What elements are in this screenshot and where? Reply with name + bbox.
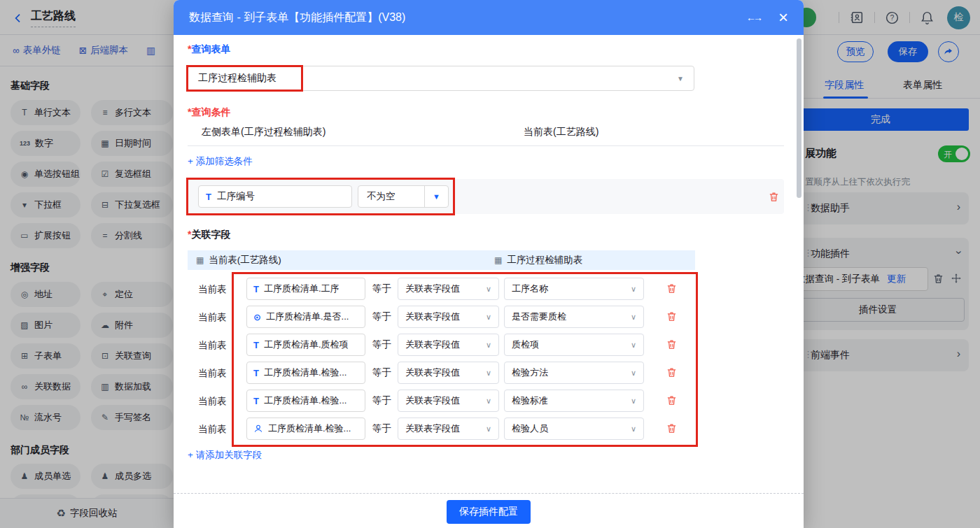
relation-type-select[interactable]: 关联表字段值∨ (398, 390, 499, 412)
chevron-down-icon: ∨ (486, 313, 491, 322)
relation-type-select[interactable]: 关联表字段值∨ (398, 418, 499, 440)
relation-row: 当前表 T工序质检清单.工序 等于 关联表字段值∨ 工序名称∨ (188, 275, 695, 303)
relation-type-select[interactable]: 关联表字段值∨ (398, 278, 499, 300)
relation-field-input[interactable]: ⊙工序质检清单.是否... (246, 306, 365, 328)
chevron-down-icon: ∨ (631, 285, 636, 294)
add-relation-field-link[interactable]: + 请添加关联字段 (188, 449, 262, 462)
delete-row-icon[interactable] (666, 366, 678, 378)
add-filter-condition-link[interactable]: + 添加筛选条件 (188, 155, 253, 168)
filter-condition-row: T 工序编号 不为空 ▼ (188, 179, 784, 214)
condition-field-input[interactable]: T 工序编号 (198, 185, 352, 208)
delete-row-icon[interactable] (666, 422, 678, 434)
chevron-down-icon: ∨ (631, 313, 636, 322)
save-plugin-config-button[interactable]: 保存插件配置 (447, 500, 531, 524)
relation-value-select[interactable]: 是否需要质检∨ (504, 306, 644, 328)
relation-row: 当前表 ⊙工序质检清单.是否... 等于 关联表字段值∨ 是否需要质检∨ (188, 303, 695, 331)
delete-row-icon[interactable] (666, 338, 678, 350)
relation-row: 当前表 T工序质检清单.质检项 等于 关联表字段值∨ 质检项∨ (188, 331, 695, 359)
radio-field-icon: ⊙ (253, 312, 261, 322)
relation-value-select[interactable]: 工序名称∨ (504, 278, 644, 300)
delete-row-icon[interactable] (666, 283, 678, 294)
relation-field-input[interactable]: T工序质检清单.工序 (246, 278, 365, 300)
aux-table-header: 工序过程检辅助表 (507, 254, 582, 266)
text-field-icon: T (206, 192, 211, 202)
relation-row: 当前表 T工序质检清单.检验... 等于 关联表字段值∨ 检验标准∨ (188, 387, 695, 415)
delete-row-icon[interactable] (666, 311, 678, 322)
current-table-header: 当前表(工艺路线) (209, 254, 281, 266)
query-form-label: *查询表单 (188, 43, 230, 56)
chevron-down-icon: ∨ (486, 424, 491, 434)
footer-divider (174, 493, 804, 494)
plugin-config-modal: 数据查询 - 到子表单【功能插件配置】(V38) ←→ × *查询表单 工序过程… (174, 0, 804, 528)
delete-row-icon[interactable] (666, 394, 678, 406)
chevron-down-icon: ∨ (486, 397, 491, 406)
condition-operator-select[interactable]: 不为空 ▼ (358, 185, 449, 208)
text-field-icon: T (253, 396, 259, 406)
chevron-down-icon: ∨ (631, 341, 636, 350)
current-form-header: 当前表(工艺路线) (524, 126, 598, 138)
relation-field-input[interactable]: 工序质检清单.检验... (246, 418, 365, 440)
chevron-down-icon: ∨ (486, 285, 491, 294)
relation-field-input[interactable]: T工序质检清单.质检项 (246, 334, 365, 356)
relation-value-select[interactable]: 检验标准∨ (504, 390, 644, 412)
expand-icon[interactable]: ←→ (746, 12, 763, 23)
chevron-down-icon: ▼ (424, 186, 448, 207)
chevron-down-icon: ∨ (486, 341, 491, 350)
relation-fields-table: ▦ 当前表(工艺路线) ▦ 工序过程检辅助表 当前表 T工序质检清单.工序 等于… (188, 250, 695, 270)
relation-field-input[interactable]: T工序质检清单.检验... (246, 390, 365, 412)
relation-type-select[interactable]: 关联表字段值∨ (398, 362, 499, 384)
chevron-down-icon: ∨ (631, 397, 636, 406)
relation-field-input[interactable]: T工序质检清单.检验... (246, 362, 365, 384)
left-form-header: 左侧表单(工序过程检辅助表) (202, 126, 524, 138)
form-grid-icon: ▦ (494, 255, 502, 265)
query-form-select[interactable]: 工序过程检辅助表 ▼ (188, 66, 694, 91)
relation-value-select[interactable]: 质检项∨ (504, 334, 644, 356)
text-field-icon: T (253, 340, 259, 350)
chevron-down-icon: ∨ (486, 369, 491, 378)
modal-header: 数据查询 - 到子表单【功能插件配置】(V38) ←→ × (174, 0, 804, 35)
text-field-icon: T (253, 368, 259, 378)
relation-value-select[interactable]: 检验人员∨ (504, 418, 644, 440)
close-icon[interactable]: × (778, 9, 788, 26)
relation-row: 当前表 工序质检清单.检验... 等于 关联表字段值∨ 检验人员∨ (188, 415, 695, 443)
person-field-icon (253, 424, 263, 434)
relation-fields-label: *关联字段 (188, 229, 230, 241)
divider (188, 145, 784, 146)
relation-row: 当前表 T工序质检清单.检验... 等于 关联表字段值∨ 检验方法∨ (188, 359, 695, 387)
modal-scrollbar[interactable] (797, 38, 802, 198)
condition-column-headers: 左侧表单(工序过程检辅助表) 当前表(工艺路线) (202, 126, 784, 138)
relation-type-select[interactable]: 关联表字段值∨ (398, 306, 499, 328)
relation-table-header: ▦ 当前表(工艺路线) ▦ 工序过程检辅助表 (188, 250, 695, 270)
relation-value-select[interactable]: 检验方法∨ (504, 362, 644, 384)
chevron-down-icon: ∨ (631, 369, 636, 378)
delete-condition-icon[interactable] (768, 191, 780, 203)
relation-type-select[interactable]: 关联表字段值∨ (398, 334, 499, 356)
chevron-down-icon: ▼ (677, 75, 684, 83)
text-field-icon: T (253, 284, 259, 294)
chevron-down-icon: ∨ (631, 424, 636, 434)
query-condition-label: *查询条件 (188, 106, 230, 119)
modal-title: 数据查询 - 到子表单【功能插件配置】(V38) (189, 10, 405, 25)
form-grid-icon: ▦ (196, 255, 204, 265)
